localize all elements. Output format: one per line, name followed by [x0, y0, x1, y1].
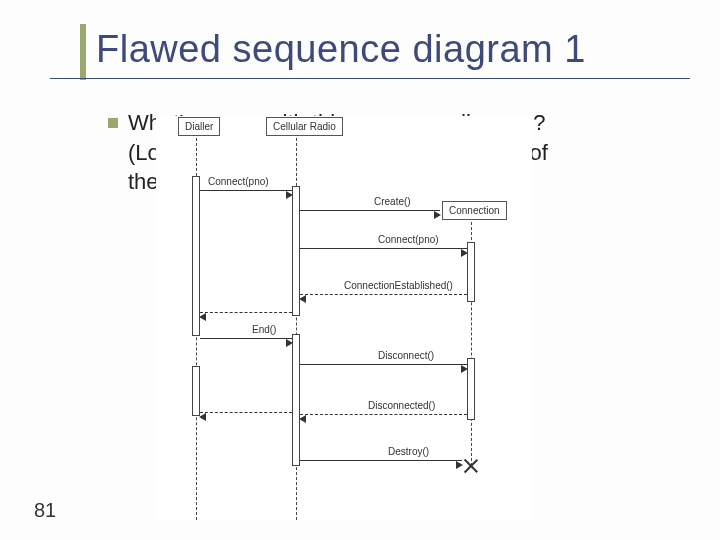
sequence-diagram: Dialler Cellular Radio Connection Connec… [156, 116, 532, 520]
slide-title: Flawed sequence diagram 1 [96, 28, 586, 71]
slide-container: Flawed sequence diagram 1 What's wrong w… [0, 0, 720, 540]
msg-label-end: End() [252, 324, 276, 335]
activation-connection-2 [467, 358, 475, 420]
arrow-connect-1 [200, 190, 292, 191]
page-number: 81 [34, 499, 56, 522]
square-bullet-icon [108, 118, 118, 128]
msg-label-disconnect: Disconnect() [378, 350, 434, 361]
arrow-create [300, 210, 440, 211]
participant-cellular-radio-head: Cellular Radio [266, 117, 343, 136]
title-underline [50, 78, 690, 79]
participant-cellular-radio: Cellular Radio [266, 116, 343, 136]
arrow-destroy [300, 460, 462, 461]
participant-connection-head: Connection [442, 201, 507, 220]
msg-label-destroy: Destroy() [388, 446, 429, 457]
arrow-connect-2 [300, 248, 467, 249]
activation-dialler-2 [192, 366, 200, 416]
arrow-end [200, 338, 292, 339]
activation-connection-1 [467, 242, 475, 302]
msg-label-connect-2: Connect(pno) [378, 234, 439, 245]
arrow-return-dialler-2 [200, 412, 292, 413]
arrow-conn-est [300, 294, 467, 295]
arrow-disconnected [300, 414, 467, 415]
participant-dialler: Dialler [178, 116, 220, 136]
msg-label-connect-1: Connect(pno) [208, 176, 269, 187]
activation-cellular-radio-2 [292, 334, 300, 466]
arrow-disconnect [300, 364, 467, 365]
msg-label-conn-est: ConnectionEstablished() [344, 280, 453, 291]
participant-connection: Connection [442, 200, 507, 220]
activation-dialler-1 [192, 176, 200, 336]
participant-dialler-head: Dialler [178, 117, 220, 136]
destroy-x-icon [464, 459, 478, 473]
arrow-return-dialler-1 [200, 312, 292, 313]
msg-label-disconnected: Disconnected() [368, 400, 435, 411]
msg-label-create: Create() [374, 196, 411, 207]
title-accent-bar [80, 24, 86, 80]
